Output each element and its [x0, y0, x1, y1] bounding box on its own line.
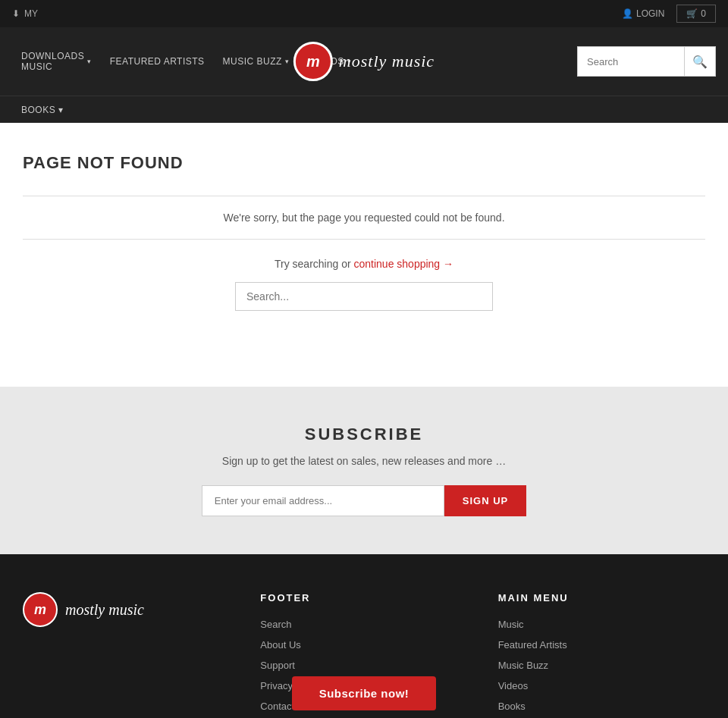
divider-bottom: [23, 239, 705, 240]
sorry-text: We're sorry, but the page you requested …: [23, 212, 705, 224]
footer-main-menu-heading: MAIN MENU: [498, 592, 705, 604]
my-menu[interactable]: ⬇ MY: [12, 8, 38, 19]
footer-logo-area: m mostly music: [23, 592, 230, 718]
page-search-container: [23, 282, 705, 311]
top-bar: ⬇ MY 👤 LOGIN 🛒 0: [0, 0, 728, 27]
subscribe-now-button[interactable]: Subscribe now!: [292, 676, 437, 710]
nav-music-buzz[interactable]: MUSIC BUZZ ▾: [214, 50, 299, 73]
my-label: MY: [24, 8, 38, 19]
nav-books[interactable]: BOOKS ▾: [12, 105, 73, 115]
subscribe-title: SUBSCRIBE: [23, 425, 705, 444]
cart-count: 0: [701, 8, 706, 19]
user-icon: 👤: [622, 8, 633, 19]
footer-link-search[interactable]: Search: [260, 619, 467, 630]
top-bar-right: 👤 LOGIN 🛒 0: [622, 5, 716, 23]
chevron-down-icon-2: ▾: [285, 58, 290, 65]
continue-shopping-link[interactable]: continue shopping →: [353, 258, 453, 270]
sign-up-button[interactable]: SIGN UP: [444, 485, 526, 516]
subscribe-description: Sign up to get the latest on sales, new …: [23, 455, 705, 467]
nav-featured-artists[interactable]: FEATURED ARTISTS: [101, 50, 214, 73]
footer-main-videos[interactable]: Videos: [498, 680, 705, 691]
chevron-down-icon-4: ▾: [58, 105, 64, 115]
nav-downloads-music-label: DOWNLOADSMUSIC: [21, 51, 84, 72]
nav-downloads-music[interactable]: DOWNLOADSMUSIC ▾: [12, 45, 101, 78]
footer-link-support[interactable]: Support: [260, 660, 467, 671]
logo-icon-text: m: [306, 53, 320, 71]
divider-top: [23, 196, 705, 196]
logo-text: mostly music: [339, 52, 435, 71]
footer-logo-text: mostly music: [65, 601, 144, 619]
login-label: LOGIN: [636, 8, 664, 19]
search-input[interactable]: [578, 47, 684, 76]
try-search-text: Try searching or continue shopping →: [23, 258, 705, 270]
subscribe-section: SUBSCRIBE Sign up to get the latest on s…: [0, 387, 728, 554]
footer-logo-icon-text: m: [34, 602, 46, 618]
cart-button[interactable]: 🛒 0: [676, 5, 716, 23]
footer-main-featured-artists[interactable]: Featured Artists: [498, 639, 705, 651]
footer-heading: FOOTER: [260, 592, 467, 604]
main-content: PAGE NOT FOUND We're sorry, but the page…: [0, 123, 728, 387]
page-not-found-title: PAGE NOT FOUND: [23, 153, 705, 173]
email-input[interactable]: [202, 485, 444, 516]
try-searching-label: Try searching or: [275, 258, 351, 270]
chevron-down-icon: ▾: [87, 58, 92, 65]
footer-main-music[interactable]: Music: [498, 619, 705, 630]
nav-bar-2: BOOKS ▾: [0, 96, 728, 123]
search-box: 🔍: [577, 46, 716, 77]
nav-music-buzz-label: MUSIC BUZZ: [223, 56, 282, 67]
login-link[interactable]: 👤 LOGIN: [622, 8, 664, 19]
nav-bar: DOWNLOADSMUSIC ▾ FEATURED ARTISTS MUSIC …: [0, 27, 728, 96]
footer-main-menu-column: MAIN MENU Music Featured Artists Music B…: [498, 592, 705, 718]
footer-main-books[interactable]: Books: [498, 701, 705, 712]
subscribe-form: SIGN UP: [23, 485, 705, 516]
cart-icon: 🛒: [686, 8, 698, 19]
search-button[interactable]: 🔍: [684, 47, 715, 76]
logo-center[interactable]: m mostly music: [293, 42, 435, 81]
footer-logo[interactable]: m mostly music: [23, 592, 230, 627]
footer-logo-icon: m: [23, 592, 58, 627]
logo-icon: m: [293, 42, 333, 81]
nav-books-label: BOOKS: [21, 105, 55, 115]
nav-featured-artists-label: FEATURED ARTISTS: [110, 56, 205, 67]
page-search-input[interactable]: [235, 282, 493, 311]
footer-link-about[interactable]: About Us: [260, 639, 467, 651]
footer-main-music-buzz[interactable]: Music Buzz: [498, 660, 705, 671]
site-logo: m mostly music: [293, 42, 435, 81]
download-icon: ⬇: [12, 8, 20, 19]
